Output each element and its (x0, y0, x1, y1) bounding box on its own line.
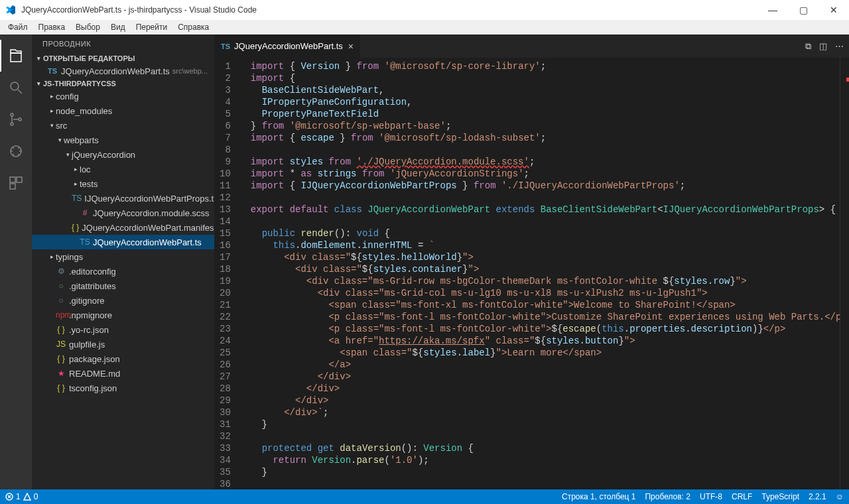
layout-icon[interactable]: ◫ (819, 41, 827, 51)
svg-point-3 (19, 118, 21, 121)
menu-go[interactable]: Перейти (131, 23, 173, 32)
tree-item[interactable]: ○.gitignore (32, 293, 214, 308)
tree-item[interactable]: { }JQueryAccordionWebPart.manifes... (32, 220, 214, 235)
tree-item[interactable]: ▸config (32, 89, 214, 103)
file-icon: ○ (56, 281, 66, 290)
statusbar: 1 0 Строка 1, столбец 1 Пробелов: 2 UTF-… (0, 489, 849, 504)
file-icon: { } (56, 325, 66, 334)
activitybar (0, 34, 32, 489)
status-errors[interactable]: 1 (5, 492, 21, 501)
tree-item[interactable]: TSJQueryAccordionWebPart.ts (32, 235, 214, 249)
explorer-title: ПРОВОДНИК (32, 34, 214, 53)
tree-item[interactable]: #JQueryAccordion.module.scss (32, 206, 214, 220)
minimap[interactable] (840, 58, 849, 489)
code-content[interactable]: import { Version } from '@microsoft/sp-c… (243, 58, 840, 489)
tree-item[interactable]: ▸node_modules (32, 103, 214, 118)
line-gutter: 1234567891011121314151617181920212223242… (214, 58, 243, 489)
ts-file-icon: TS (48, 67, 57, 75)
minimize-button[interactable]: — (757, 0, 788, 20)
file-tree: ▸config▸node_modules▾src▾webparts▾jQuery… (32, 89, 214, 489)
file-icon: TS (80, 237, 90, 247)
menu-help[interactable]: Справка (172, 23, 214, 32)
tree-item[interactable]: TSIJQueryAccordionWebPartProps.ts (32, 191, 214, 206)
extensions-icon[interactable] (0, 167, 32, 199)
tree-item[interactable]: ▾jQueryAccordion (32, 147, 214, 162)
status-warnings[interactable]: 0 (23, 492, 38, 501)
svg-rect-6 (17, 177, 22, 182)
open-editor-item[interactable]: TS JQueryAccordionWebPart.ts src\webp... (32, 64, 214, 78)
split-editor-icon[interactable]: ⧉ (805, 41, 811, 52)
tree-item[interactable]: ▸loc (32, 162, 214, 176)
close-button[interactable]: ✕ (818, 0, 849, 20)
svg-point-1 (11, 113, 13, 116)
menu-selection[interactable]: Выбор (70, 23, 105, 32)
svg-rect-5 (10, 177, 15, 182)
status-cursor[interactable]: Строка 1, столбец 1 (562, 492, 635, 501)
editor-tab[interactable]: TS JQueryAccordionWebPart.ts × (214, 34, 361, 58)
editor: TS JQueryAccordionWebPart.ts × ⧉ ◫ ⋯ 123… (214, 34, 849, 489)
maximize-button[interactable]: ▢ (788, 0, 818, 20)
svg-rect-7 (10, 184, 15, 189)
svg-point-0 (11, 82, 19, 90)
file-icon: JS (56, 340, 66, 349)
tree-item[interactable]: ▾webparts (32, 133, 214, 147)
explorer-icon[interactable] (0, 40, 32, 72)
status-version[interactable]: 2.2.1 (809, 492, 826, 501)
file-icon: { } (56, 383, 66, 393)
menu-view[interactable]: Вид (105, 23, 131, 32)
tree-item[interactable]: npm.npmignore (32, 308, 214, 322)
open-editors-header[interactable]: ▾ОТКРЫТЫЕ РЕДАКТОРЫ (32, 53, 214, 64)
status-spaces[interactable]: Пробелов: 2 (645, 492, 690, 501)
debug-icon[interactable] (0, 135, 32, 167)
tree-item[interactable]: JSgulpfile.js (32, 337, 214, 351)
file-icon: npm (56, 310, 66, 320)
file-icon: ○ (56, 296, 66, 305)
svg-point-2 (11, 123, 13, 125)
file-icon: { } (72, 223, 79, 232)
tree-item[interactable]: ★README.md (32, 366, 214, 381)
menu-edit[interactable]: Правка (33, 23, 71, 32)
tree-item[interactable]: ○.gitattributes (32, 279, 214, 293)
feedback-icon[interactable]: ☺ (836, 492, 844, 501)
file-icon: { } (56, 354, 66, 363)
titlebar: JQueryAccordionWebPart.ts - js-thirdpart… (0, 0, 849, 20)
file-icon: TS (72, 194, 82, 203)
explorer-sidebar: ПРОВОДНИК ▾ОТКРЫТЫЕ РЕДАКТОРЫ TS JQueryA… (32, 34, 214, 489)
source-control-icon[interactable] (0, 103, 32, 135)
code-area[interactable]: 1234567891011121314151617181920212223242… (214, 58, 849, 489)
window-title: JQueryAccordionWebPart.ts - js-thirdpart… (21, 5, 257, 15)
tree-item[interactable]: { }package.json (32, 351, 214, 366)
close-tab-icon[interactable]: × (348, 41, 354, 52)
tree-item[interactable]: ⚙.editorconfig (32, 264, 214, 279)
file-icon: # (80, 208, 90, 218)
status-encoding[interactable]: UTF-8 (700, 492, 722, 501)
project-header[interactable]: ▾JS-THIRDPARTYCSS (32, 78, 214, 89)
more-icon[interactable]: ⋯ (835, 41, 844, 51)
menubar: Файл Правка Выбор Вид Перейти Справка (0, 20, 849, 34)
tree-item[interactable]: ▸typings (32, 249, 214, 264)
vs-logo-icon (5, 5, 16, 15)
status-lang[interactable]: TypeScript (761, 492, 799, 501)
tree-item[interactable]: { }.yo-rc.json (32, 322, 214, 337)
menu-file[interactable]: Файл (3, 23, 33, 32)
tree-item[interactable]: { }tsconfig.json (32, 381, 214, 395)
tree-item[interactable]: ▸tests (32, 176, 214, 191)
ts-file-icon: TS (221, 42, 230, 50)
status-eol[interactable]: CRLF (732, 492, 752, 501)
search-icon[interactable] (0, 72, 32, 103)
file-icon: ⚙ (56, 267, 66, 276)
tree-item[interactable]: ▾src (32, 118, 214, 133)
file-icon: ★ (56, 369, 66, 378)
tabbar: TS JQueryAccordionWebPart.ts × ⧉ ◫ ⋯ (214, 34, 849, 58)
